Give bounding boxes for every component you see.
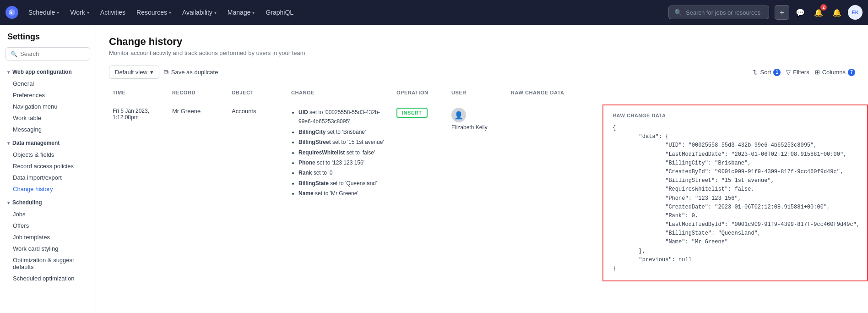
copy-icon: ⧉ <box>164 68 168 76</box>
cell-object: Accounts <box>228 107 288 115</box>
chevron-down-icon: ▾ <box>57 10 59 15</box>
svg-text:S: S <box>9 10 12 15</box>
user-avatar-icon: 👤 <box>451 108 466 122</box>
raw-change-data-panel: RAW CHANGE DATA { "data": { "UID": "0002… <box>602 104 868 281</box>
chevron-down-icon: ▾ <box>7 70 10 75</box>
cell-changes: UID set to '00025558-55d3-432b-99e6-4b65… <box>288 107 393 200</box>
sidebar-item-job-templates[interactable]: Job templates <box>0 231 96 243</box>
cell-operation: INSERT <box>393 107 448 119</box>
operation-badge: INSERT <box>396 108 428 118</box>
chevron-down-icon: ▾ <box>87 10 89 15</box>
chevron-down-icon: ▾ <box>7 200 10 205</box>
sidebar-item-work-card-styling[interactable]: Work card styling <box>0 243 96 254</box>
main-content: Change history Monitor account activity … <box>96 25 868 313</box>
section-scheduling: ▾ Scheduling Jobs Offers Job templates W… <box>0 197 96 284</box>
nav-item-availability[interactable]: Availability ▾ <box>178 6 221 19</box>
app-logo[interactable]: S <box>5 6 18 19</box>
col-operation: OPERATION <box>393 88 448 97</box>
col-user: USER <box>448 88 507 97</box>
nav-item-resources[interactable]: Resources ▾ <box>132 6 176 19</box>
notification-button[interactable]: 🔔 2 <box>811 5 826 20</box>
nav-item-graphiql[interactable]: GraphiQL <box>261 6 298 19</box>
global-search[interactable]: 🔍 Search for jobs or resources <box>668 5 769 19</box>
cell-time: Fri 6 Jan 2023, 1:12:08pm <box>109 107 168 121</box>
search-icon: 🔍 <box>11 51 17 57</box>
page-title: Change history <box>109 36 855 48</box>
sort-icon: ⇅ <box>753 69 758 76</box>
sidebar-item-jobs[interactable]: Jobs <box>0 209 96 220</box>
sidebar-item-objects-fields[interactable]: Objects & fields <box>0 149 96 160</box>
add-button[interactable]: ＋ <box>775 5 789 20</box>
sort-count-badge: 1 <box>773 69 781 76</box>
chevron-down-icon: ▾ <box>7 141 10 146</box>
col-record: RECORD <box>168 88 228 97</box>
col-change: CHANGE <box>288 88 393 97</box>
raw-panel-title: RAW CHANGE DATA <box>613 113 858 118</box>
section-header-data-management[interactable]: ▾ Data management <box>0 137 96 149</box>
change-item: Phone set to '123 123 156' <box>298 158 389 167</box>
sort-action[interactable]: ⇅ Sort 1 <box>753 69 781 76</box>
section-data-management: ▾ Data management Objects & fields Recor… <box>0 137 96 195</box>
sidebar-item-messaging[interactable]: Messaging <box>0 124 96 135</box>
columns-action[interactable]: ⊞ Columns 7 <box>815 69 855 76</box>
columns-icon: ⊞ <box>815 69 820 76</box>
nav-item-schedule[interactable]: Schedule ▾ <box>24 6 64 19</box>
toolbar-right-actions: ⇅ Sort 1 ▽ Filters ⊞ Columns 7 <box>753 69 855 76</box>
notification-badge: 2 <box>820 4 827 11</box>
sidebar: Settings 🔍 ▾ Web app configuration Gener… <box>0 25 96 313</box>
sidebar-item-data-import-export[interactable]: Data import/export <box>0 172 96 183</box>
chevron-down-icon: ▾ <box>252 10 255 15</box>
nav-actions: ＋ 💬 🔔 2 🔔 EK <box>775 5 863 20</box>
bell-icon-button[interactable]: 🔔 <box>830 5 844 20</box>
toolbar: Default view ▾ ⧉ Save as duplicate ⇅ Sor… <box>109 66 855 79</box>
columns-count-badge: 7 <box>848 69 855 76</box>
chevron-down-icon: ▾ <box>169 10 171 15</box>
nav-item-manage[interactable]: Manage ▾ <box>223 6 260 19</box>
sidebar-item-record-access[interactable]: Record access policies <box>0 160 96 172</box>
sidebar-item-preferences[interactable]: Preferences <box>0 89 96 101</box>
sidebar-search[interactable]: 🔍 <box>5 47 90 60</box>
sidebar-title: Settings <box>0 30 96 47</box>
change-item: RequiresWhitelist set to 'false' <box>298 148 389 157</box>
save-as-duplicate-button[interactable]: ⧉ Save as duplicate <box>164 68 218 76</box>
chat-icon-button[interactable]: 💬 <box>793 5 808 20</box>
sidebar-item-offers[interactable]: Offers <box>0 220 96 231</box>
search-icon: 🔍 <box>674 9 682 16</box>
col-object: OBJECT <box>228 88 288 97</box>
nav-item-activities[interactable]: Activities <box>96 6 130 19</box>
col-time: TIME <box>109 88 168 97</box>
user-avatar[interactable]: EK <box>848 5 863 20</box>
sidebar-item-general[interactable]: General <box>0 78 96 89</box>
col-raw: RAW CHANGE DATA <box>507 88 855 97</box>
user-name-label: Elizabeth Kelly <box>451 124 504 131</box>
page-subtitle: Monitor account activity and track actio… <box>109 49 855 56</box>
change-list: UID set to '00025558-55d3-432b-99e6-4b65… <box>291 108 389 198</box>
change-item: Rank set to '0' <box>298 168 389 177</box>
sidebar-item-scheduled-optimization[interactable]: Scheduled optimization <box>0 273 96 284</box>
default-view-button[interactable]: Default view ▾ <box>109 66 159 79</box>
sidebar-item-work-table[interactable]: Work table <box>0 112 96 124</box>
filters-action[interactable]: ▽ Filters <box>786 69 809 76</box>
change-item: BillingStreet set to '15 1st avenue' <box>298 137 389 147</box>
section-header-scheduling[interactable]: ▾ Scheduling <box>0 197 96 209</box>
change-item: BillingCity set to 'Brisbane' <box>298 127 389 137</box>
change-item: Name set to 'Mr Greene' <box>298 189 389 198</box>
change-item: UID set to '00025558-55d3-432b-99e6-4b65… <box>298 108 389 126</box>
change-item: BillingState set to 'Queensland' <box>298 179 389 188</box>
filter-icon: ▽ <box>786 69 791 76</box>
chevron-down-icon: ▾ <box>214 10 217 15</box>
sidebar-search-input[interactable] <box>20 50 85 57</box>
section-web-app-config: ▾ Web app configuration General Preferen… <box>0 66 96 135</box>
sidebar-item-change-history[interactable]: Change history <box>0 183 96 195</box>
sidebar-item-navigation-menu[interactable]: Navigation menu <box>0 101 96 112</box>
raw-code-content: { "data": { "UID": "00025558-55d3-432b-9… <box>613 124 858 273</box>
cell-record: Mr Greene <box>168 107 228 115</box>
table-header: TIME RECORD OBJECT CHANGE OPERATION USER… <box>109 88 855 101</box>
top-nav: S Schedule ▾ Work ▾ Activities Resources… <box>0 0 868 25</box>
sidebar-item-optimization-defaults[interactable]: Optimization & suggest defaults <box>0 254 96 273</box>
main-layout: Settings 🔍 ▾ Web app configuration Gener… <box>0 25 868 313</box>
chevron-down-icon: ▾ <box>150 69 153 76</box>
nav-item-work[interactable]: Work ▾ <box>65 6 93 19</box>
section-header-web-app-config[interactable]: ▾ Web app configuration <box>0 66 96 78</box>
cell-user: 👤 Elizabeth Kelly <box>448 107 507 132</box>
